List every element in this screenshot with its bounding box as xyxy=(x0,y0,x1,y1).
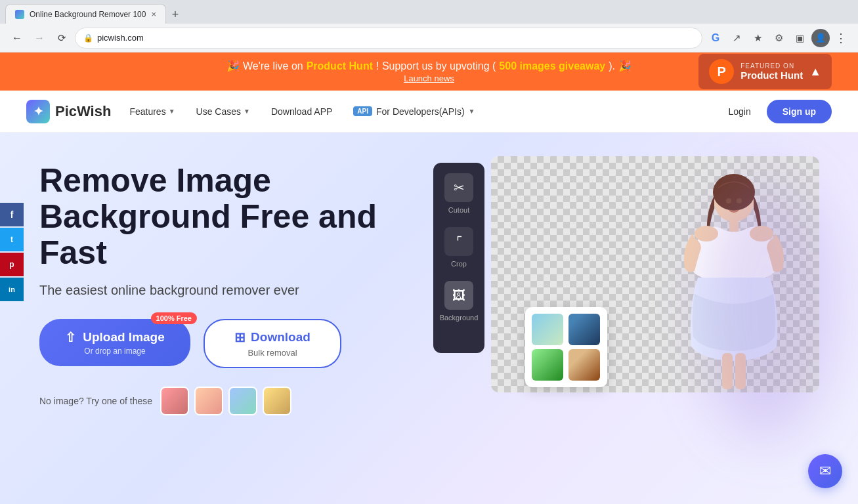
login-button[interactable]: Login xyxy=(718,101,761,122)
hero-right: ✂ Cutout ⌜ Crop 🖼 Background xyxy=(420,156,819,480)
for-developers-label: For Developers(APIs) xyxy=(376,106,465,117)
upload-btn-wrapper: 100% Free ⇧ Upload Image Or drop an imag… xyxy=(39,319,190,366)
product-hunt-highlight: Product Hunt xyxy=(307,60,373,72)
banner-emoji-right: 🎉 xyxy=(618,60,632,72)
profile-icon[interactable]: 👤 xyxy=(811,29,830,47)
sample-thumb-3[interactable] xyxy=(228,387,257,415)
hero-left: Remove Image Background Free and Fast Th… xyxy=(39,156,420,480)
features-nav-item[interactable]: Features ▼ xyxy=(121,101,182,122)
browser-toolbar: ← → ⟳ 🔒 picwish.com G ↗ ★ ⚙ ▣ 👤 ⋮ xyxy=(0,24,858,52)
crop-label: Crop xyxy=(451,260,467,268)
address-bar[interactable]: 🔒 picwish.com xyxy=(75,28,702,49)
social-sidebar: f t p in xyxy=(0,203,24,301)
extensions-icon[interactable]: ⚙ xyxy=(769,29,788,47)
reload-button[interactable]: ⟳ xyxy=(53,29,71,47)
popup-thumb-4[interactable] xyxy=(568,349,600,381)
features-label: Features xyxy=(129,106,165,117)
producthunt-badge[interactable]: P FEATURED ON Product Hunt ▲ xyxy=(698,54,832,89)
tool-cutout[interactable]: ✂ Cutout xyxy=(444,173,473,214)
browser-tab-bar: Online Background Remover 100 × + xyxy=(0,0,858,24)
pinterest-social-button[interactable]: p xyxy=(0,253,24,276)
banner-text-close: ). xyxy=(609,60,615,72)
crop-icon-box: ⌜ xyxy=(444,227,473,256)
signup-button[interactable]: Sign up xyxy=(767,100,832,123)
bookmark-icon[interactable]: ★ xyxy=(748,29,767,47)
chat-widget[interactable]: ✉ xyxy=(808,454,842,488)
banner-emoji-left: 🎉 xyxy=(226,60,240,72)
upload-btn-main-label: Upload Image xyxy=(83,330,165,345)
upload-icon: ⇧ xyxy=(65,329,76,345)
api-badge: API xyxy=(353,106,372,116)
menu-icon[interactable]: ⋮ xyxy=(832,28,850,48)
twitter-social-button[interactable]: t xyxy=(0,228,24,251)
use-cases-chevron: ▼ xyxy=(244,108,250,115)
windows-icon: ⊞ xyxy=(234,329,246,345)
background-icon-box: 🖼 xyxy=(444,281,473,310)
tool-background[interactable]: 🖼 Background xyxy=(440,281,479,322)
use-cases-nav-item[interactable]: Use Cases ▼ xyxy=(188,101,258,122)
features-chevron: ▼ xyxy=(169,108,175,115)
split-view-icon[interactable]: ▣ xyxy=(790,29,809,47)
ph-featured-label: FEATURED ON xyxy=(740,62,803,70)
use-cases-label: Use Cases xyxy=(196,106,241,117)
popup-thumb-2[interactable] xyxy=(568,314,600,345)
ph-arrow-icon: ▲ xyxy=(809,65,821,79)
banner-text-before: We're live on xyxy=(243,60,303,72)
sample-thumb-2[interactable] xyxy=(194,387,223,415)
lock-icon: 🔒 xyxy=(83,33,93,43)
linkedin-social-button[interactable]: in xyxy=(0,278,24,301)
hero-title-line2: Background Free and Fast xyxy=(39,199,420,271)
blob-decoration xyxy=(700,176,832,438)
toolbar-icons: G ↗ ★ ⚙ ▣ 👤 ⋮ xyxy=(706,28,850,48)
api-chevron: ▼ xyxy=(469,108,475,115)
chat-icon: ✉ xyxy=(819,463,831,480)
thumbs-popup xyxy=(525,307,607,387)
tab-close-icon[interactable]: × xyxy=(151,9,156,19)
ph-name-label: Product Hunt xyxy=(740,70,803,81)
share-icon[interactable]: ↗ xyxy=(727,29,746,47)
new-tab-button[interactable]: + xyxy=(166,5,184,24)
no-image-text: No image? Try one of these xyxy=(39,396,152,406)
logo[interactable]: ✦ PicWish xyxy=(26,100,111,123)
sample-thumb-1[interactable] xyxy=(160,387,189,415)
cta-buttons: 100% Free ⇧ Upload Image Or drop an imag… xyxy=(39,319,420,368)
logo-icon: ✦ xyxy=(26,100,50,123)
announcement-banner: 🎉 We're live on Product Hunt ! Support u… xyxy=(0,52,858,91)
url-text: picwish.com xyxy=(97,33,144,43)
popup-thumb-1[interactable] xyxy=(532,314,563,345)
download-btn-main-line: ⊞ Download xyxy=(234,329,311,345)
back-button[interactable]: ← xyxy=(8,29,26,47)
cutout-label: Cutout xyxy=(448,206,469,214)
giveaway-highlight: 500 images giveaway xyxy=(499,60,605,72)
tool-crop[interactable]: ⌜ Crop xyxy=(444,227,473,268)
launch-news-link[interactable]: Launch news xyxy=(404,74,454,83)
download-btn-main-label: Download xyxy=(251,330,311,345)
download-app-nav-item[interactable]: Download APP xyxy=(263,101,340,122)
banner-main-line: 🎉 We're live on Product Hunt ! Support u… xyxy=(226,60,632,72)
forward-button[interactable]: → xyxy=(30,29,49,47)
popup-thumb-3[interactable] xyxy=(532,349,563,381)
upload-btn-sub-label: Or drop an image xyxy=(84,346,145,356)
tool-panel: ✂ Cutout ⌜ Crop 🖼 Background xyxy=(433,163,484,353)
api-nav-item[interactable]: API For Developers(APIs) ▼ xyxy=(345,101,483,122)
download-btn-sub-label: Bulk removal xyxy=(247,348,297,358)
hero-title: Remove Image Background Free and Fast xyxy=(39,163,420,271)
background-label: Background xyxy=(440,314,479,322)
cutout-icon-box: ✂ xyxy=(444,173,473,202)
sample-thumb-4[interactable] xyxy=(263,387,291,415)
page-content: 🎉 We're live on Product Hunt ! Support u… xyxy=(0,52,858,504)
download-bulk-button[interactable]: ⊞ Download Bulk removal xyxy=(204,319,341,368)
tab-title: Online Background Remover 100 xyxy=(30,10,146,19)
navbar: ✦ PicWish Features ▼ Use Cases ▼ Downloa… xyxy=(0,91,858,133)
upload-image-button[interactable]: ⇧ Upload Image Or drop an image xyxy=(39,319,190,366)
banner-content: 🎉 We're live on Product Hunt ! Support u… xyxy=(226,60,632,83)
sample-thumbs xyxy=(160,387,291,415)
tab-favicon xyxy=(15,10,24,19)
browser-tab[interactable]: Online Background Remover 100 × xyxy=(5,4,166,24)
upload-btn-main-line: ⇧ Upload Image xyxy=(65,329,165,345)
hero-title-line1: Remove Image xyxy=(39,163,420,199)
ph-logo: P xyxy=(709,59,734,84)
ph-badge-text: FEATURED ON Product Hunt xyxy=(740,62,803,81)
google-icon[interactable]: G xyxy=(706,29,725,47)
facebook-social-button[interactable]: f xyxy=(0,203,24,226)
